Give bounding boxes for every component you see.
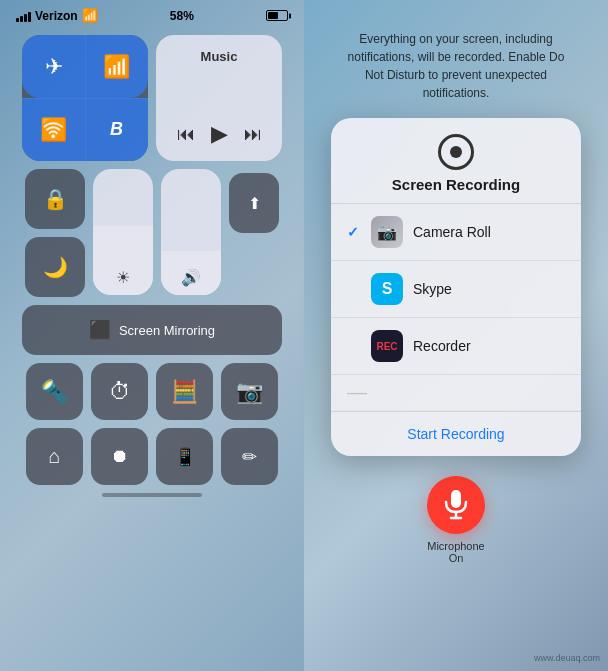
signal-bar-2 [20,16,23,22]
volume-icon-container: 🔊 [181,268,201,287]
battery-icon [266,10,288,21]
camera-roll-symbol: 📷 [377,223,397,242]
microphone-icon [443,490,469,520]
do-not-disturb-button[interactable]: 🌙 [25,237,85,297]
edit-button[interactable]: ✏ [221,428,278,485]
recorder-app-icon: REC [371,330,403,362]
screen-record-button[interactable]: ⏺ [91,428,148,485]
skype-symbol: S [382,280,393,298]
svg-rect-0 [451,490,461,508]
sun-icon: ☀ [116,268,130,287]
speaker-icon: 🔊 [181,268,201,287]
recorder-symbol: REC [376,341,397,352]
signal-bar-1 [16,18,19,22]
timer-icon: ⏱ [109,379,131,405]
timer-button[interactable]: ⏱ [91,363,148,420]
airplane-icon: ✈ [45,54,63,80]
volume-slider[interactable]: 🔊 [161,169,221,295]
music-play-button[interactable]: ▶ [211,121,228,147]
home-button[interactable]: ⌂ [26,428,83,485]
brightness-icon-container: ☀ [116,268,130,287]
cc-row-1: ✈ 📶 🛜 B Music ⏮ ▶ [22,35,282,161]
camera-roll-label: Camera Roll [413,224,491,240]
cc-row-3: ⬛ Screen Mirroring [22,305,282,355]
airplay-icon: ⬆ [248,194,261,213]
camera-button[interactable]: 📷 [221,363,278,420]
cc-row-4: 🔦 ⏱ 🧮 📷 [22,363,282,420]
record-circle-icon [438,134,474,170]
hint-text: Everything on your screen, including not… [346,30,566,102]
lock-icon: 🔒 [43,187,68,211]
right-panel: Everything on your screen, including not… [304,0,608,671]
camera-roll-item[interactable]: ✓ 📷 Camera Roll [331,204,581,261]
lock-rotation-button[interactable]: 🔒 [25,169,85,229]
camera-roll-icon: 📷 [371,216,403,248]
microphone-section: Microphone On [427,476,485,564]
skype-checkmark: ✓ [347,281,363,297]
recorder-checkmark: ✓ [347,338,363,354]
screen-mirror-label: Screen Mirroring [119,323,215,338]
watermark: www.deuaq.com [534,653,600,663]
popup-title: Screen Recording [392,176,520,193]
airplane-mode-button[interactable]: ✈ [22,35,85,98]
calculator-button[interactable]: 🧮 [156,363,213,420]
ellipsis-hint: — [347,381,367,404]
music-controls: ⏮ ▶ ⏭ [177,121,262,147]
camera-icon: 📷 [236,379,263,405]
status-right [266,10,288,21]
battery-percent: 58% [170,9,194,23]
brightness-slider[interactable]: ☀ [93,169,153,295]
popup-header: Screen Recording [331,118,581,204]
music-prev-button[interactable]: ⏮ [177,124,195,145]
wifi-status-icon: 📶 [82,8,98,23]
wifi-signal-button[interactable]: 🛜 [22,98,85,161]
screen-mirror-icon: ⬛ [89,319,111,341]
microphone-button[interactable] [427,476,485,534]
wifi-button[interactable]: 📶 [85,35,148,98]
battery-fill [268,12,278,19]
airplay-icon-btn[interactable]: ⬆ [229,173,279,233]
calculator-icon: 🧮 [171,379,198,405]
start-recording-label: Start Recording [407,426,504,442]
skype-app-icon: S [371,273,403,305]
wifi-bars-icon: 🛜 [40,117,67,143]
signal-bars [16,10,31,22]
more-items-hint: — [331,375,581,411]
start-recording-button[interactable]: Start Recording [331,411,581,456]
carrier-label: Verizon [35,9,78,23]
airplay-area: ⬆ [229,169,279,297]
connectivity-block[interactable]: ✈ 📶 🛜 B [22,35,148,161]
record-icon: ⏺ [111,446,129,467]
bluetooth-icon: B [110,119,123,140]
status-left: Verizon 📶 [16,8,98,23]
status-bar: Verizon 📶 58% [0,0,304,27]
music-title: Music [201,49,238,64]
music-next-button[interactable]: ⏭ [244,124,262,145]
wifi-icon: 📶 [103,54,130,80]
recording-popup: Screen Recording ✓ 📷 Camera Roll ✓ S Sky… [331,118,581,456]
moon-icon: 🌙 [43,255,68,279]
screen-mirroring-button[interactable]: ⬛ Screen Mirroring [22,305,282,355]
recorder-item[interactable]: ✓ REC Recorder [331,318,581,375]
cc-row-2: 🔒 🌙 ☀ 🔊 [22,169,282,297]
control-center: ✈ 📶 🛜 B Music ⏮ ▶ [22,35,282,485]
microphone-label: Microphone On [427,540,484,564]
cc-row-5: ⌂ ⏺ 📱 ✏ [22,428,282,485]
flashlight-icon: 🔦 [41,379,68,405]
music-block[interactable]: Music ⏮ ▶ ⏭ [156,35,282,161]
skype-item[interactable]: ✓ S Skype [331,261,581,318]
flashlight-button[interactable]: 🔦 [26,363,83,420]
signal-bar-4 [28,12,31,22]
skype-label: Skype [413,281,452,297]
signal-bar-3 [24,14,27,22]
home-indicator [102,493,202,497]
camera-roll-checkmark: ✓ [347,224,363,240]
remote-button[interactable]: 📱 [156,428,213,485]
remote-icon: 📱 [174,446,196,468]
home-icon: ⌂ [48,445,60,468]
record-dot [450,146,462,158]
edit-icon: ✏ [242,446,257,468]
left-panel: Verizon 📶 58% ✈ 📶 [0,0,304,671]
bluetooth-button[interactable]: B [85,98,148,161]
recorder-label: Recorder [413,338,471,354]
